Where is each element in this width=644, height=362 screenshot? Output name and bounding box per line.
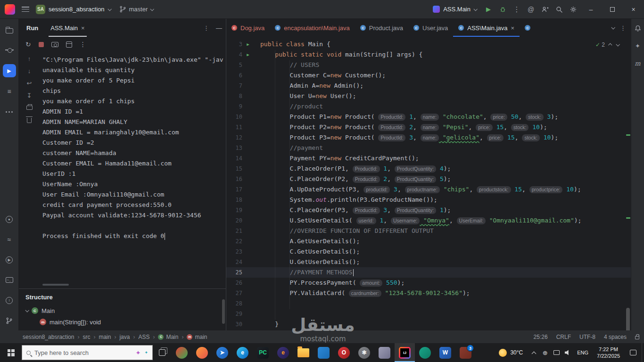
screenshot-icon[interactable] <box>51 42 58 47</box>
paint-icon[interactable] <box>374 343 395 362</box>
code-line[interactable]: 7 Admin A=new Admin(); <box>226 81 631 91</box>
word-icon[interactable]: W <box>435 343 455 362</box>
intellij-idea-icon[interactable]: IJ <box>395 343 415 362</box>
code-line[interactable]: 6 Customer C=new Customer(); <box>226 70 631 81</box>
code-line[interactable]: 3▶public class Main { <box>226 39 631 49</box>
maximize-button[interactable] <box>602 0 623 19</box>
breadcrumb-item[interactable]: src <box>83 334 90 340</box>
inspection-widget[interactable]: ✓ 2 <box>592 41 622 49</box>
code-line[interactable]: 16 C.PlaceOrder(P2, ProductId: 2, Produc… <box>226 174 631 184</box>
clock-widget[interactable]: 7:22 PM 7/22/2025 <box>592 346 625 359</box>
lock-icon[interactable] <box>635 336 639 339</box>
code-line[interactable]: 9 //product <box>226 101 631 112</box>
code-line[interactable]: 11 Product P2=new Product( ProductId: 2,… <box>226 122 631 132</box>
code-line[interactable]: 23 C.GetUserDetails(); <box>226 247 631 257</box>
settings-icon[interactable]: ✱ <box>354 343 374 362</box>
next-problem-icon[interactable] <box>616 42 619 46</box>
code-line[interactable]: 12 Product P3=new Product( ProductId: 3,… <box>226 132 631 143</box>
editor-tab[interactable]: CASS\Main.java× <box>453 19 520 37</box>
more-options-icon[interactable]: ⋮ <box>203 25 209 32</box>
eclipse-icon[interactable]: e <box>273 343 293 362</box>
show-desktop-button[interactable] <box>642 343 644 362</box>
code-line[interactable]: 21 //OVERRIDE FUNCTION OF DIFFERENT OUTP… <box>226 226 631 236</box>
at-sign-icon[interactable]: @ <box>524 2 538 16</box>
chevron-down-icon[interactable] <box>25 308 29 312</box>
line-separator[interactable]: CRLF <box>556 334 571 340</box>
code-line[interactable]: 25 //PAYMENT METHODS <box>226 267 631 278</box>
layout-settings-icon[interactable] <box>66 41 72 48</box>
structure-node-main-method[interactable]: m main(String[]): void <box>19 316 226 328</box>
settings-button[interactable] <box>566 2 580 16</box>
weather-widget[interactable]: 30°C <box>494 349 528 357</box>
tab-list-chevron-icon[interactable] <box>611 25 615 29</box>
code-line[interactable]: 17 A.UpDateProduct(P3, productid: 3, pro… <box>226 184 631 195</box>
file-explorer-icon[interactable] <box>293 343 314 362</box>
code-line[interactable]: 22 A.GetUserDetails(); <box>226 236 631 247</box>
code-line[interactable]: 27 PY.ValidatCard( cardnumber: "1234-567… <box>226 288 631 298</box>
warning-stripe-mark[interactable] <box>626 134 630 136</box>
editor-tab[interactable]: C <box>520 19 536 37</box>
close-button[interactable]: × <box>623 0 644 19</box>
run-line-icon[interactable]: ▶ <box>242 49 254 60</box>
project-widget[interactable]: SA session8_absraction <box>36 5 111 14</box>
search-button[interactable] <box>552 2 566 16</box>
stop-icon[interactable] <box>39 42 44 47</box>
soft-wrap-icon[interactable]: ↩ <box>27 79 32 87</box>
notifications-tool-icon[interactable] <box>634 25 642 32</box>
hide-panel-icon[interactable]: — <box>216 25 222 32</box>
code-line[interactable]: 8 User U=new User(); <box>226 91 631 101</box>
down-stack-trace-icon[interactable]: ↓ <box>28 67 31 74</box>
breadcrumb-item[interactable]: CMain <box>158 334 178 340</box>
pycharm-icon[interactable]: PC <box>253 343 273 362</box>
services-tool-icon[interactable]: ▶ <box>3 254 16 266</box>
volume-icon[interactable] <box>562 343 573 362</box>
debug-button[interactable] <box>495 2 510 16</box>
notification-app-icon[interactable]: 3 <box>455 343 476 362</box>
rerun-icon[interactable]: ↻ <box>25 41 31 48</box>
terminal-tool-icon[interactable]: >_ <box>3 274 16 286</box>
run-line-icon[interactable]: ▶ <box>242 39 254 49</box>
ai-assistant-tool-icon[interactable]: ✦ <box>635 42 640 49</box>
breadcrumb-item[interactable]: mmain <box>187 334 207 340</box>
caret-position[interactable]: 25:26 <box>534 334 548 340</box>
breadcrumb-item[interactable]: main <box>99 334 111 340</box>
photos-icon[interactable] <box>314 343 334 362</box>
close-icon[interactable]: × <box>511 25 515 32</box>
show-hidden-icons-button[interactable] <box>528 343 539 362</box>
code-line[interactable]: 13 //payment <box>226 143 631 153</box>
code-with-me-icon[interactable] <box>538 2 552 16</box>
task-view-button[interactable] <box>153 343 172 362</box>
horizontal-scrollbar[interactable] <box>42 284 69 286</box>
indent-size[interactable]: 4 spaces <box>604 334 627 340</box>
scrollbar-thumb[interactable] <box>222 299 225 324</box>
breadcrumb-item[interactable]: java <box>119 334 130 340</box>
editor-pane[interactable]: 3▶public class Main {4▶ public static vo… <box>226 37 631 330</box>
console-output[interactable]: "C:\Program Files\Java\jdk-23\bin\java.e… <box>40 52 226 288</box>
structure-node-main-class[interactable]: C Main <box>19 305 226 316</box>
up-stack-trace-icon[interactable]: ↑ <box>28 55 31 62</box>
tab-options-icon[interactable]: ⋮ <box>620 25 626 32</box>
code-line[interactable]: 18 System.out.println(P3.GetProductName(… <box>226 195 631 205</box>
run-tool-icon-active[interactable]: ▶ <box>3 64 16 77</box>
code-line[interactable]: 26 PY.ProcessPayment( amount: 550); <box>226 278 631 288</box>
code-line[interactable]: 15 C.PlaceOrder(P1, ProductId: 1, Produc… <box>226 164 631 174</box>
code-line[interactable]: 4▶ public static void main(String[] args… <box>226 49 631 60</box>
code-line[interactable]: 10 Product P1=new Product( ProductId: 1,… <box>226 112 631 122</box>
more-options-icon[interactable]: ⋮ <box>80 41 86 48</box>
language-indicator[interactable]: ENG <box>573 350 592 355</box>
structure-tool-icon[interactable]: ≡ <box>3 85 16 98</box>
print-icon[interactable] <box>26 104 33 111</box>
clear-all-icon[interactable] <box>27 116 32 123</box>
more-actions-icon[interactable]: ⋮ <box>510 2 524 16</box>
run-button[interactable]: ▶ <box>481 2 495 16</box>
start-button[interactable] <box>0 343 22 362</box>
run-configuration-select[interactable]: ASS.Main <box>433 6 477 13</box>
editor-tab[interactable]: CDog.java <box>226 19 270 37</box>
branch-widget[interactable]: master <box>119 6 154 13</box>
firefox-icon[interactable] <box>192 343 212 362</box>
taskbar-search[interactable]: Type here to search ✦ ✦ <box>22 345 153 360</box>
chrome-icon[interactable] <box>172 343 192 362</box>
code-line[interactable]: 19 C.PlaceOrder(P3, ProductId: 3, Produc… <box>226 205 631 215</box>
messaging-icon[interactable]: ➤ <box>212 343 232 362</box>
breadcrumb-item[interactable]: session8_absraction <box>23 334 74 340</box>
